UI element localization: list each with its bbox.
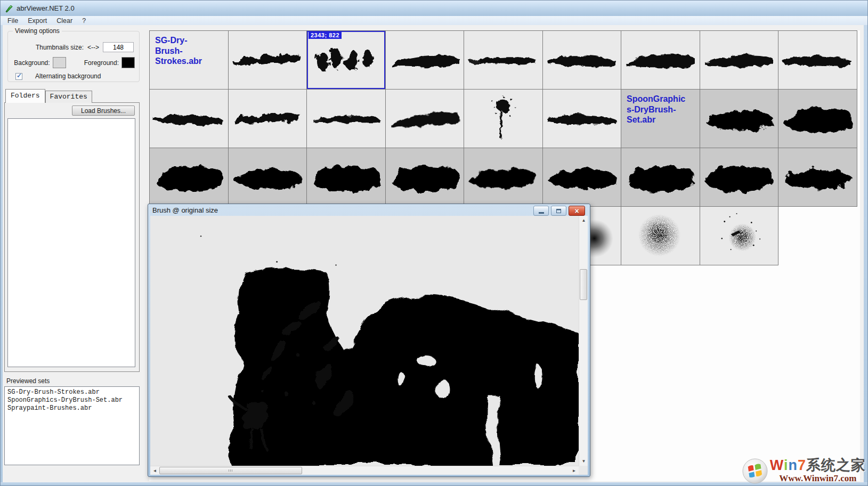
brush-art [778,148,856,206]
brush-thumbnail[interactable] [229,31,307,90]
brush-art [229,148,306,206]
brush-art [464,90,542,147]
popup-close-button[interactable]: × [569,206,585,216]
vertical-scroll-thumb[interactable] [580,269,587,300]
foreground-color-swatch[interactable] [121,57,135,68]
brush-art [543,31,621,88]
menubar: FileExportClear? [1,16,867,25]
brush-art [543,148,621,206]
brush-art [543,90,621,147]
brush-thumbnail[interactable] [700,31,779,90]
tab-favorites[interactable]: Favorites [45,91,92,103]
brush-thumbnail[interactable] [700,207,779,265]
minimize-icon [539,212,544,214]
menu-item-help[interactable]: ? [77,17,91,25]
window-border-right [864,16,867,485]
alternating-background-label: Alternating background [35,72,101,80]
brush-thumbnail[interactable] [464,148,543,207]
brush-thumbnail[interactable] [778,148,857,207]
app-icon [5,4,13,13]
brush-thumbnail[interactable] [464,31,543,90]
folders-tree[interactable] [7,118,135,367]
empty-grid-area [778,207,857,265]
brush-thumbnail[interactable] [386,148,465,207]
brush-size-tag: 2343; 822 [309,32,342,39]
brush-thumbnail[interactable] [543,90,622,148]
set-label: SpoonGraphics-DryBrush-Set.abr [621,90,700,125]
watermark-url: Www.Winwin7.com [770,473,866,484]
scroll-right-arrow[interactable]: ► [570,466,579,475]
selected-brush-thumbnail[interactable]: 2343; 822 [307,31,386,90]
brush-thumbnail[interactable] [543,148,622,207]
menu-item-export[interactable]: Export [23,17,52,25]
vertical-scrollbar[interactable]: ▲ ▼ [579,216,588,466]
popup-minimize-button[interactable] [533,206,549,216]
sidebar-tabs: FoldersFavorites [5,89,145,103]
horizontal-scrollbar[interactable]: ◄ ► [150,466,579,475]
alternating-background-checkbox[interactable] [15,73,22,80]
folders-tab-panel: Load Brushes... [4,102,140,372]
brush-preview-window[interactable]: Brush @ original size × [148,204,590,477]
brush-art [307,31,385,88]
previewed-set-item[interactable]: Spraypaint-Brushes.abr [7,404,136,412]
brush-art [700,90,778,147]
brush-thumbnail[interactable] [307,90,386,148]
brush-art [778,31,856,88]
popup-client-area: ▲ ▼ ◄ ► [150,216,588,475]
brush-thumbnail[interactable] [386,90,465,148]
brush-thumbnail[interactable] [543,31,622,90]
set-label: SG-Dry-Brush-Strokes.abr [150,31,228,67]
brush-thumbnail[interactable] [229,148,307,207]
brush-thumbnail[interactable] [700,148,779,207]
brush-art [229,90,306,147]
brush-art [621,148,699,206]
brush-thumbnail[interactable] [621,31,700,90]
brush-thumbnail[interactable] [778,90,857,148]
thumbnails-size-input[interactable] [103,42,134,52]
brush-thumbnail[interactable] [386,31,465,90]
brush-art [700,207,778,264]
set-label-cell[interactable]: SG-Dry-Brush-Strokes.abr [150,31,229,90]
thumbnails-size-label: Thumbnails size: [36,44,84,51]
brush-thumbnail[interactable] [150,90,229,148]
popup-titlebar[interactable]: Brush @ original size [150,204,588,216]
load-brushes-button[interactable]: Load Brushes... [72,106,135,116]
window-title: abrViewer.NET 2.0 [17,4,75,12]
brush-thumbnail[interactable] [621,148,700,207]
previewed-set-item[interactable]: SG-Dry-Brush-Strokes.abr [7,388,136,396]
brush-art [386,148,464,206]
brush-art [229,31,306,88]
popup-title: Brush @ original size [152,206,218,214]
menu-item-file[interactable]: File [3,17,23,25]
brush-art [307,148,385,206]
brush-thumbnail[interactable] [229,90,307,148]
brush-art [621,207,699,264]
popup-maximize-button[interactable] [551,206,566,216]
brush-art [464,148,542,206]
scroll-left-arrow[interactable]: ◄ [150,466,159,475]
viewing-options-group: Viewing options Thumbnails size: <--> Ba… [7,31,140,82]
brush-thumbnail[interactable] [700,90,779,148]
sidebar: Viewing options Thumbnails size: <--> Ba… [3,26,145,482]
watermark: Win7系统之家 Www.Winwin7.com [742,458,866,484]
horizontal-scroll-thumb[interactable] [159,467,302,474]
scroll-up-arrow[interactable]: ▲ [579,216,588,225]
watermark-title: Win7系统之家 [770,458,866,473]
foreground-label: Foreground: [84,59,119,67]
background-color-swatch[interactable] [53,57,66,68]
brush-thumbnail[interactable] [307,148,386,207]
background-label: Background: [14,59,50,67]
menu-item-clear[interactable]: Clear [52,17,77,25]
brush-thumbnail[interactable] [778,31,857,90]
scroll-down-arrow[interactable]: ▼ [579,457,588,466]
tab-folders[interactable]: Folders [5,89,45,103]
set-label-cell[interactable]: SpoonGraphics-DryBrush-Set.abr [621,90,700,148]
brush-thumbnail[interactable] [621,207,700,265]
previewed-sets-list[interactable]: SG-Dry-Brush-Strokes.abrSpoonGraphics-Dr… [4,386,140,465]
previewed-set-item[interactable]: SpoonGraphics-DryBrush-Set.abr [7,396,136,404]
brush-thumbnail[interactable] [464,90,543,148]
brush-art [150,148,228,206]
brush-art [700,31,778,88]
brush-thumbnail[interactable] [150,148,229,207]
titlebar[interactable]: abrViewer.NET 2.0 [1,1,867,16]
